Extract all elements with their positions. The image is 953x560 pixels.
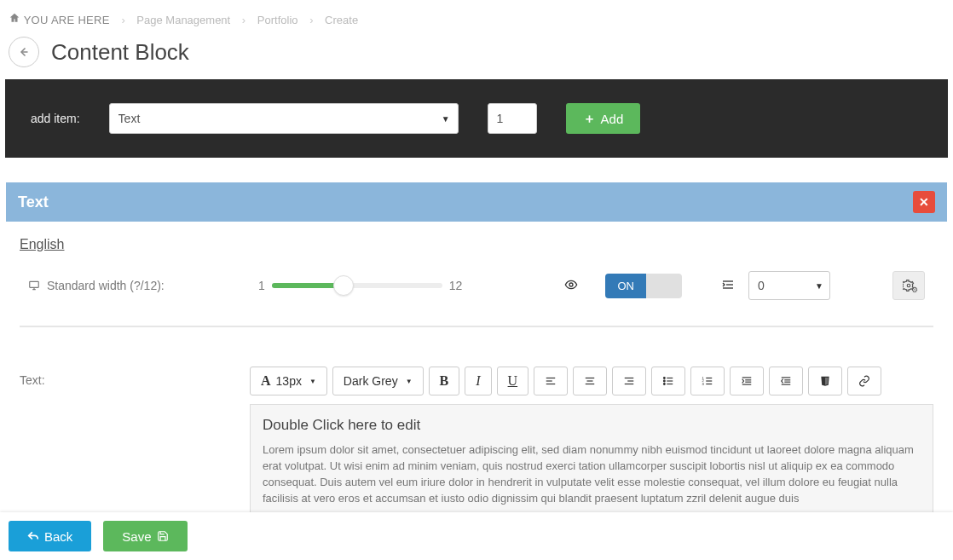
list-ol-button[interactable]: 123 (690, 367, 725, 395)
settings-button[interactable]: ⚙ (892, 271, 925, 300)
editor-placeholder-title: Double Click here to edit (263, 417, 921, 434)
align-left-icon (545, 375, 557, 387)
slider-max: 12 (449, 279, 463, 292)
footer-save-button[interactable]: Save (103, 521, 187, 551)
chevron-right-icon: › (121, 14, 124, 26)
editor-placeholder-body: Lorem ipsum dolor sit amet, consectetuer… (263, 442, 921, 506)
svg-point-16 (664, 380, 666, 382)
plus-icon: ＋ (583, 111, 596, 127)
align-right-button[interactable] (612, 367, 646, 395)
footer-save-label: Save (122, 529, 151, 544)
gear-sub-icon: ⚙ (911, 286, 918, 294)
item-quantity-input[interactable] (488, 103, 537, 134)
page-title: Content Block (51, 39, 189, 66)
eye-icon (564, 278, 578, 292)
save-icon (157, 530, 169, 542)
underline-button[interactable]: U (497, 367, 529, 395)
arrow-left-icon (16, 44, 32, 60)
text-editor[interactable]: Double Click here to edit Lorem ipsum do… (250, 404, 933, 519)
reply-icon (27, 530, 39, 542)
svg-text:3: 3 (702, 382, 705, 386)
item-type-select[interactable]: Text (109, 103, 459, 134)
footer-back-label: Back (44, 529, 72, 544)
svg-point-5 (907, 284, 910, 287)
svg-point-17 (664, 384, 666, 385)
panel-title: Text (18, 193, 49, 211)
width-label: Standard width (?/12): (47, 279, 165, 292)
add-button-label: Add (601, 112, 624, 126)
add-item-bar: add item: Text ▼ ＋ Add (5, 79, 948, 158)
font-A-icon: A (261, 373, 271, 389)
align-center-button[interactable] (573, 367, 607, 395)
list-ul-icon (662, 375, 674, 387)
indent-icon (741, 375, 753, 387)
text-label: Text: (20, 373, 45, 387)
align-center-icon (584, 375, 596, 387)
svg-point-15 (664, 378, 666, 379)
link-icon (858, 375, 870, 387)
indent-button[interactable] (730, 367, 764, 395)
align-right-icon (623, 375, 635, 387)
breadcrumb: YOU ARE HERE › Page Management › Portfol… (5, 5, 948, 37)
list-ol-icon: 123 (702, 375, 713, 387)
content-panel: Text ✕ English Standard width (?/12): 1 (5, 182, 948, 530)
outdent-icon (780, 375, 792, 387)
font-size-label: 13px (276, 374, 302, 388)
bold-button[interactable]: B (429, 367, 460, 395)
slider-min: 1 (258, 279, 265, 292)
list-ul-button[interactable] (651, 367, 685, 395)
panel-close-button[interactable]: ✕ (913, 191, 935, 213)
font-color-label: Dark Grey (344, 374, 398, 388)
breadcrumb-item[interactable]: Page Management (136, 14, 230, 26)
italic-button[interactable]: I (465, 367, 491, 395)
indent-select[interactable]: 0 (748, 271, 830, 300)
svg-point-1 (569, 283, 573, 286)
html-button[interactable] (808, 367, 842, 395)
font-color-button[interactable]: Dark Grey ▼ (332, 367, 424, 395)
caret-down-icon: ▼ (406, 378, 413, 385)
breadcrumb-item[interactable]: Create (325, 14, 358, 26)
outdent-button[interactable] (769, 367, 803, 395)
width-slider[interactable] (272, 283, 442, 288)
align-left-button[interactable] (534, 367, 568, 395)
caret-down-icon: ▼ (309, 378, 316, 385)
breadcrumb-item[interactable]: Portfolio (257, 14, 298, 26)
language-tab-english[interactable]: English (20, 237, 64, 268)
link-button[interactable] (847, 367, 881, 395)
add-item-label: add item: (31, 112, 80, 125)
back-circle-button[interactable] (9, 37, 39, 67)
toggle-on-label: ON (605, 274, 646, 298)
slider-handle[interactable] (333, 275, 354, 296)
monitor-icon (28, 280, 40, 292)
add-button[interactable]: ＋ Add (566, 103, 641, 134)
breadcrumb-here: YOU ARE HERE (24, 14, 110, 26)
footer-bar: Back Save (0, 512, 953, 560)
indent-icon (721, 278, 735, 292)
font-size-button[interactable]: A 13px ▼ (250, 367, 327, 395)
home-icon (9, 12, 20, 24)
svg-rect-0 (30, 281, 39, 287)
footer-back-button[interactable]: Back (9, 521, 91, 551)
html5-icon (819, 375, 831, 387)
visibility-toggle[interactable]: ON (605, 274, 682, 298)
chevron-right-icon: › (242, 14, 245, 26)
chevron-right-icon: › (309, 14, 313, 26)
close-icon: ✕ (919, 195, 929, 209)
editor-toolbar: A 13px ▼ Dark Grey ▼ B I U (250, 367, 933, 395)
